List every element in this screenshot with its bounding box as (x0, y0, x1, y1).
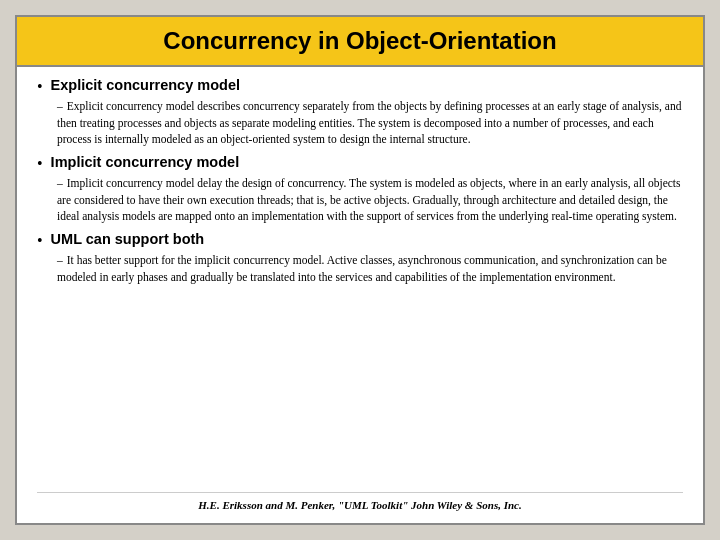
footer-text: H.E. Eriksson and M. Penker, "UML Toolki… (198, 499, 521, 511)
bullet-main-uml: • UML can support both (37, 231, 683, 250)
bullet-main-label-implicit: Implicit concurrency model (51, 154, 240, 170)
slide: Concurrency in Object-Orientation • Expl… (15, 15, 705, 525)
bullet-main-explicit: • Explicit concurrency model (37, 77, 683, 96)
bullet-sub-uml: –It has better support for the implicit … (57, 252, 683, 285)
bullet-dot-uml: • (37, 232, 43, 250)
bullet-main-label-explicit: Explicit concurrency model (51, 77, 240, 93)
bullet-main-implicit: • Implicit concurrency model (37, 154, 683, 173)
slide-header: Concurrency in Object-Orientation (17, 17, 703, 67)
bullet-sub-implicit: –Implicit concurrency model delay the de… (57, 175, 683, 225)
slide-footer: H.E. Eriksson and M. Penker, "UML Toolki… (37, 492, 683, 515)
bullet-sub-explicit: –Explicit concurrency model describes co… (57, 98, 683, 148)
bullet-section-explicit: • Explicit concurrency model –Explicit c… (37, 77, 683, 148)
content-body: • Explicit concurrency model –Explicit c… (37, 77, 683, 492)
bullet-dot-explicit: • (37, 78, 43, 96)
slide-content: • Explicit concurrency model –Explicit c… (17, 67, 703, 523)
bullet-dot-implicit: • (37, 155, 43, 173)
bullet-main-label-uml: UML can support both (51, 231, 205, 247)
bullet-section-implicit: • Implicit concurrency model –Implicit c… (37, 154, 683, 225)
slide-title: Concurrency in Object-Orientation (37, 27, 683, 55)
bullet-section-uml: • UML can support both –It has better su… (37, 231, 683, 285)
